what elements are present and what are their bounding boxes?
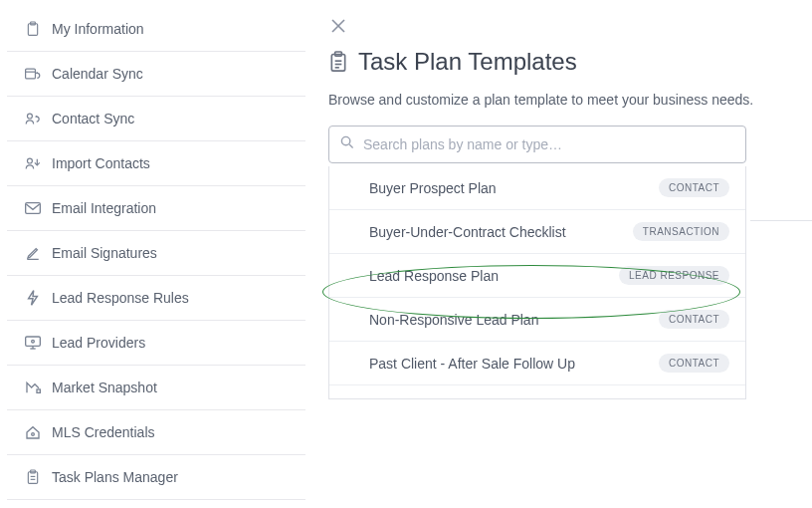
svg-point-15 (32, 433, 35, 436)
svg-marker-9 (29, 291, 38, 306)
svg-rect-7 (26, 203, 41, 214)
plan-row[interactable]: Past Client - After Sale Follow Up CONTA… (329, 342, 745, 385)
sidebar-item-label: My Information (52, 21, 144, 37)
providers-icon (25, 335, 41, 351)
import-icon (25, 155, 41, 171)
task-plans-icon (25, 469, 41, 485)
sidebar-item-market-snapshot[interactable]: Market Snapshot (7, 366, 305, 410)
svg-rect-10 (26, 337, 41, 346)
settings-sidebar: My Information Calendar Sync Contact Syn… (7, 7, 305, 502)
search-wrap (328, 126, 746, 163)
search-icon (340, 135, 354, 153)
sidebar-item-label: Lead Providers (52, 335, 145, 351)
calendar-sync-icon (25, 66, 41, 82)
page-title: Task Plan Templates (358, 48, 577, 76)
sidebar-item-lead-providers[interactable]: Lead Providers (7, 321, 305, 366)
sidebar-item-calendar-sync[interactable]: Calendar Sync (7, 52, 305, 97)
svg-point-4 (27, 114, 32, 119)
bolt-icon (25, 290, 41, 306)
sidebar-item-label: Lead Response Rules (52, 290, 189, 306)
plan-list[interactable]: Buyer Prospect Plan CONTACT Buyer-Under-… (328, 166, 746, 399)
svg-line-28 (349, 144, 353, 148)
plan-row[interactable]: Non-Responsive Lead Plan CONTACT (329, 298, 745, 342)
sidebar-item-label: Contact Sync (52, 111, 134, 127)
pen-icon (25, 245, 41, 261)
page-subtitle: Browse and customize a plan template to … (328, 92, 801, 108)
email-icon (25, 200, 41, 216)
plan-row[interactable]: Lead Response Plan LEAD RESPONSE (329, 254, 745, 298)
sidebar-item-label: Import Contacts (52, 155, 150, 171)
close-icon[interactable] (330, 18, 346, 34)
sidebar-item-email-signatures[interactable]: Email Signatures (7, 231, 305, 276)
main-panel: Task Plan Templates Browse and customize… (328, 48, 801, 399)
plan-name: Past Client - After Sale Follow Up (369, 356, 575, 372)
sidebar-item-label: Email Signatures (52, 245, 157, 261)
snapshot-icon (25, 380, 41, 395)
plan-row[interactable]: Seller Prospect Plan CONTACT (329, 385, 745, 399)
contact-sync-icon (25, 111, 41, 127)
plan-badge: CONTACT (659, 310, 729, 329)
sidebar-item-task-plans-manager[interactable]: Task Plans Manager (7, 455, 305, 500)
plan-name: Non-Responsive Lead Plan (369, 312, 538, 328)
plan-name: Buyer-Under-Contract Checklist (369, 224, 566, 240)
clipboard-icon (25, 21, 41, 37)
plan-badge: LEAD RESPONSE (619, 266, 729, 285)
svg-point-27 (341, 136, 349, 144)
plan-badge: CONTACT (659, 398, 729, 400)
sidebar-item-lead-response-rules[interactable]: Lead Response Rules (7, 276, 305, 321)
plan-row[interactable]: Buyer Prospect Plan CONTACT (329, 166, 745, 210)
clipboard-icon (328, 51, 348, 73)
sidebar-item-label: MLS Credentials (52, 424, 155, 440)
sidebar-item-email-integration[interactable]: Email Integration (7, 186, 305, 231)
svg-point-5 (27, 158, 32, 163)
house-key-icon (25, 424, 41, 440)
plan-name: Buyer Prospect Plan (369, 180, 497, 196)
sidebar-item-my-information[interactable]: My Information (7, 7, 305, 52)
plan-badge: CONTACT (659, 354, 729, 373)
title-row: Task Plan Templates (328, 48, 801, 76)
sidebar-item-label: Market Snapshot (52, 380, 157, 395)
sidebar-item-import-contacts[interactable]: Import Contacts (7, 141, 305, 186)
plan-row[interactable]: Buyer-Under-Contract Checklist TRANSACTI… (329, 210, 745, 254)
svg-rect-2 (26, 69, 36, 79)
divider (750, 220, 812, 221)
search-input[interactable] (328, 126, 746, 163)
plan-badge: CONTACT (659, 178, 729, 197)
sidebar-item-label: Calendar Sync (52, 66, 143, 82)
sidebar-item-mls-credentials[interactable]: MLS Credentials (7, 410, 305, 455)
svg-rect-14 (37, 389, 40, 392)
svg-point-13 (32, 340, 35, 343)
plan-name: Lead Response Plan (369, 268, 499, 284)
sidebar-item-label: Email Integration (52, 200, 156, 216)
plan-badge: TRANSACTION (633, 222, 729, 241)
sidebar-item-contact-sync[interactable]: Contact Sync (7, 97, 305, 141)
sidebar-item-label: Task Plans Manager (52, 469, 178, 485)
